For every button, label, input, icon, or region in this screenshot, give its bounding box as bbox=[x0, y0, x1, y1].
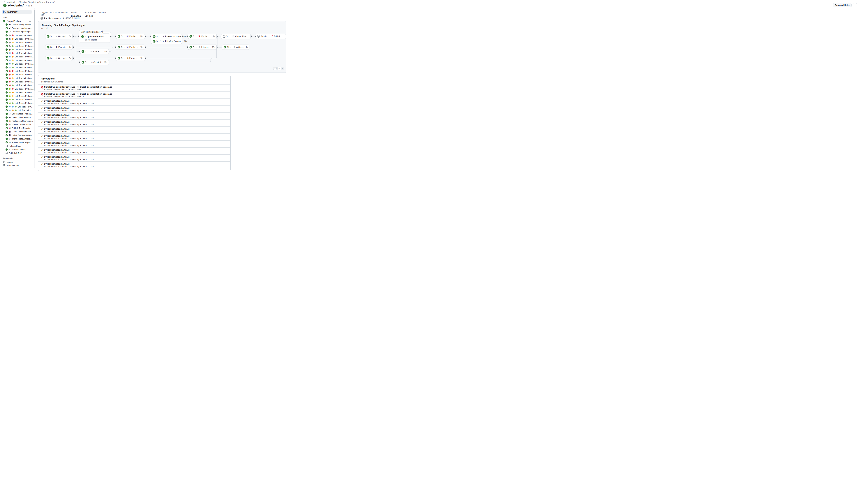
sidebar-item-workflow-file[interactable]: Workflow file bbox=[0, 164, 34, 167]
sidebar-job-item[interactable]: Unit Tests - Python 3.9 bbox=[0, 87, 34, 90]
memo-icon bbox=[232, 35, 234, 38]
breadcrumb-label[interactable]: Verification of Pipeline Templates (Simp… bbox=[7, 1, 55, 3]
annotation-title[interactable]: pyTooling/upload-artifact bbox=[44, 128, 228, 130]
sidebar-job-item[interactable]: Check Static Typing using Pyt... bbox=[0, 112, 34, 116]
annotation-title[interactable]: pyTooling/upload-artifact bbox=[44, 135, 228, 137]
graph-node[interactable]: Simple... / ... /Publish to PyPI bbox=[256, 34, 286, 39]
sidebar-job-item[interactable]: Unit Tests - Python 3.12 bbox=[0, 109, 34, 112]
graph-node[interactable]: S... / ... /Check Static Ty...17s bbox=[80, 49, 109, 54]
sidebar-job-item[interactable]: Unit Tests - Python 3.9 bbox=[0, 33, 34, 37]
annotation-row: SimplePackage / DocCoverage /Check docum… bbox=[38, 85, 230, 91]
annotation-title[interactable]: pyTooling/upload-artifact bbox=[44, 149, 228, 151]
check-circle-icon bbox=[118, 57, 120, 60]
graph-node[interactable]: S... / ... /Publish Test Re...13s bbox=[116, 45, 145, 50]
graph-node[interactable]: Sim... / ... /Artifact Cleanup4s bbox=[222, 45, 249, 50]
sidebar-scrollbar[interactable] bbox=[34, 8, 35, 168]
avatar[interactable] bbox=[41, 17, 43, 19]
annotation-title[interactable]: pyTooling/upload-artifact bbox=[44, 100, 228, 102]
sidebar-job-item[interactable]: Unit Tests - Python 3.10 bbox=[0, 90, 34, 94]
annotation-title[interactable]: pyTooling/upload-artifact bbox=[44, 156, 228, 158]
node-duration: 18s bbox=[104, 61, 107, 63]
zoom-out-button[interactable]: − bbox=[277, 67, 281, 70]
annotation-title[interactable]: SimplePackage / DocCoverage /Check docum… bbox=[44, 93, 228, 95]
artifacts-value: – bbox=[99, 15, 106, 17]
zoom-in-button[interactable]: + bbox=[281, 67, 284, 70]
show-all-jobs-link[interactable]: Show all jobs bbox=[85, 39, 110, 41]
scrollbar-up-arrow[interactable] bbox=[34, 9, 35, 10]
sidebar-job-item[interactable]: Unit Tests - Python 3.13 bbox=[0, 66, 34, 69]
graph-node[interactable]: S... / ... /Create 'Release Pa... bbox=[221, 34, 250, 39]
sidebar-job-item[interactable]: Generate pipeline parameters bbox=[0, 26, 34, 30]
job-item-label: Publish Code Coverage Results bbox=[12, 124, 34, 126]
sidebar-job-item[interactable]: PublishOnPyPI bbox=[0, 151, 34, 155]
annotation-title[interactable]: pyTooling/upload-artifact bbox=[44, 114, 228, 116]
annotation-title[interactable]: SimplePackage / DocCoverage /Check docum… bbox=[44, 86, 228, 88]
pen-icon bbox=[55, 35, 57, 38]
dot-green-icon bbox=[12, 48, 14, 51]
breadcrumb[interactable]: Verification of Pipeline Templates (Simp… bbox=[3, 1, 55, 3]
sidebar-job-item[interactable]: Package in Source and Wheel... bbox=[0, 119, 34, 123]
annotation-message: macOS doesn't support removing hidden fi… bbox=[44, 165, 228, 168]
sidebar-item-summary[interactable]: Summary bbox=[2, 10, 32, 14]
back-arrow-icon[interactable] bbox=[3, 1, 6, 3]
sidebar-job-item[interactable]: Unit Tests - Python 3.11 bbox=[0, 94, 34, 98]
annotation-title[interactable]: pyTooling/upload-artifact bbox=[44, 163, 228, 165]
annotation-title[interactable]: pyTooling/upload-artifact bbox=[44, 121, 228, 123]
sidebar-job-item[interactable]: Unit Tests - Python 3.11 bbox=[0, 41, 34, 44]
graph-node[interactable]: S... / ... /Publish Code C...20s bbox=[116, 34, 145, 39]
sidebar-item-usage[interactable]: Usage bbox=[0, 160, 34, 164]
sidebar-job-item[interactable]: Unit Tests - Python 3.9 bbox=[0, 69, 34, 73]
graph-node[interactable]: S... / ... /Check docume...18s bbox=[80, 60, 109, 65]
sidebar-job-item[interactable]: Unit Tests - Python 3.9 bbox=[0, 52, 34, 55]
graph-node[interactable]: S... / ... /LaTeX Docume...51s bbox=[151, 39, 182, 44]
sidebar-job-item[interactable]: Unit Tests - Python 3.10 bbox=[0, 37, 34, 41]
annotation-title[interactable]: pyTooling/upload-artifact bbox=[44, 142, 228, 144]
sidebar-job-item[interactable]: Unit Tests - Python 3.13 bbox=[0, 101, 34, 105]
sidebar-job-item[interactable]: Unit Tests - Python 3.12 bbox=[0, 62, 34, 66]
sidebar-group-simplepackage[interactable]: SimplePackage bbox=[0, 19, 34, 23]
graph-node[interactable]: S... / ... /Publish to GH-P...7s bbox=[188, 34, 217, 39]
scrollbar-thumb[interactable] bbox=[34, 10, 35, 90]
sidebar-job-item[interactable]: Unit Tests - Python 3.12 bbox=[0, 98, 34, 101]
sidebar-job-item[interactable]: Unit Tests - Python 3.11 bbox=[0, 59, 34, 62]
books-icon bbox=[9, 141, 11, 143]
fullscreen-button[interactable] bbox=[273, 67, 277, 70]
sq-blue-icon bbox=[12, 106, 14, 108]
sidebar-job-item[interactable]: Artifact Cleanup bbox=[0, 148, 34, 151]
chevron-up-icon[interactable] bbox=[29, 20, 31, 22]
sidebar-job-item[interactable]: Publish Test Results bbox=[0, 126, 34, 130]
sidebar-job-item[interactable]: Check documentation covera... bbox=[0, 116, 34, 119]
sidebar-job-item[interactable]: Unit Tests - Python 3.12 bbox=[0, 80, 34, 83]
zoom-control: − + bbox=[277, 67, 284, 70]
sidebar-job-item[interactable]: Publish Code Coverage Results bbox=[0, 123, 34, 126]
sidebar-job-item[interactable]: Intermediate Artifact Cleanup bbox=[0, 137, 34, 141]
sidebar-job-item[interactable]: HTML Documentation using ... bbox=[0, 130, 34, 133]
sidebar-job-item[interactable]: Unit Tests - Python 3.12 bbox=[0, 44, 34, 48]
sidebar-job-item[interactable]: Unit Tests - Python 3.10 bbox=[0, 55, 34, 59]
matrix-node[interactable]: Matrix: SimplePackage / UnitTest... 22 j… bbox=[79, 33, 110, 43]
sidebar-job-item[interactable]: Unit Tests - Python 3.13 bbox=[0, 84, 34, 87]
sidebar-job-item[interactable]: ReleasePage bbox=[0, 144, 34, 148]
graph-node[interactable]: S... / ... /Package in Sou...18s bbox=[116, 56, 145, 61]
pen-icon bbox=[55, 57, 57, 59]
graph-node[interactable]: S... / ... /Generate pipelin...0s bbox=[45, 34, 72, 39]
sidebar-job-item[interactable]: Generate pipeline parameters bbox=[0, 30, 34, 33]
sidebar-job-item[interactable]: LaTeX Documentation using ... bbox=[0, 133, 34, 137]
annotation-title[interactable]: pyTooling/upload-artifact bbox=[44, 107, 228, 109]
actor-name[interactable]: Paebbels bbox=[44, 17, 54, 19]
graph-node[interactable]: S... / ... /Intermediate A...16s bbox=[188, 45, 217, 50]
sidebar-job-item[interactable]: Publish to GH-Pages bbox=[0, 141, 34, 144]
graph-node[interactable]: S... / ... /Extract configur...4s bbox=[45, 45, 72, 50]
run-detail-label: Workflow file bbox=[6, 164, 18, 167]
graph-node[interactable]: S... / ... /HTML Docume...55s bbox=[151, 34, 182, 39]
annotation-row: pyTooling/upload-artifactmacOS doesn't s… bbox=[38, 119, 230, 127]
node-prefix: S... / ... / bbox=[193, 35, 198, 38]
sidebar-job-item[interactable]: Unit Tests - Python 3.12 bbox=[0, 105, 34, 109]
graph-node[interactable]: S... / ... /Generate pipelin...0s bbox=[45, 56, 72, 61]
job-item-label: Unit Tests - Python 3.12 bbox=[18, 106, 34, 108]
sidebar-job-item[interactable]: Extract configurations from p... bbox=[0, 23, 34, 26]
chart-icon bbox=[126, 35, 129, 38]
sidebar-job-item[interactable]: Unit Tests - Python 3.13 bbox=[0, 48, 34, 52]
sidebar-job-item[interactable]: Unit Tests - Python 3.10 bbox=[0, 73, 34, 76]
sidebar-job-item[interactable]: Unit Tests - Python 3.11 bbox=[0, 76, 34, 80]
